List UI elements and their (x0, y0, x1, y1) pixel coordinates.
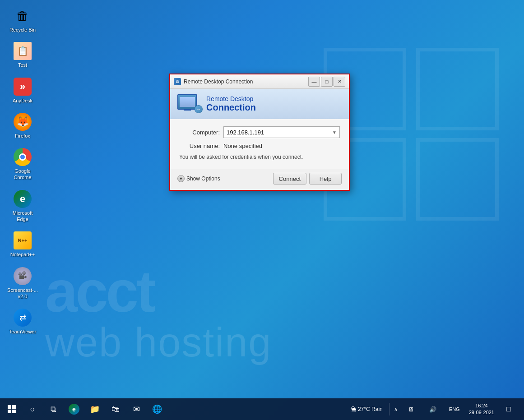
rdp-arrow-icon: ↔ (195, 105, 203, 113)
computer-select[interactable]: 192.168.1.191 ▼ (223, 126, 340, 138)
start-button[interactable] (2, 399, 22, 419)
desktop-icon-teamviewer[interactable]: ⇄ TeamViewer (5, 306, 41, 337)
desktop-icon-anydesk[interactable]: » AnyDesk (5, 75, 41, 106)
dialog-title-icon: 🖥 (174, 78, 181, 85)
anydesk-label: AnyDesk (13, 97, 32, 104)
network-status-icon: 🖥 (408, 406, 414, 413)
minimize-button[interactable]: — (308, 77, 320, 87)
anydesk-icon: » (14, 78, 32, 96)
recycle-bin-label: Recycle Bin (9, 27, 36, 33)
dialog-title-text: Remote Desktop Connection (184, 78, 306, 85)
recycle-bin-icon: 🗑 (14, 7, 32, 25)
taskbar-clock[interactable]: 16:24 29-09-2021 (466, 402, 497, 416)
volume-icon: 🔊 (429, 406, 436, 413)
taskbar-language[interactable]: ENG (445, 399, 464, 419)
connect-button[interactable]: Connect (273, 173, 306, 185)
dialog-titlebar: 🖥 Remote Desktop Connection — □ ✕ (170, 74, 349, 89)
desktop-icon-recycle-bin[interactable]: 🗑 Recycle Bin (5, 5, 41, 35)
search-icon: ○ (30, 405, 35, 414)
files-icon: 📁 (90, 404, 100, 414)
mail-icon: ✉ (133, 404, 140, 414)
dialog-header-title2: Connection (206, 102, 256, 113)
dialog-header-text: Remote Desktop Connection (206, 95, 256, 113)
computer-field: Computer: 192.168.1.191 ▼ (179, 126, 340, 138)
test-label: Test (18, 62, 27, 68)
taskbar-right: 🌦 27°C Rain ∧ 🖥 🔊 ENG 16:24 29-09-2021 □ (347, 399, 522, 419)
chrome-icon (14, 148, 32, 166)
dialog-info-text: You will be asked for credentials when y… (179, 154, 340, 160)
show-options-button[interactable]: ▼ Show Options (177, 175, 220, 182)
rdp-monitor (177, 94, 197, 110)
dialog-window-controls: — □ ✕ (308, 77, 345, 87)
edge-icon: e (14, 190, 32, 208)
show-options-label: Show Options (186, 175, 220, 182)
firefox-label: Firefox (15, 133, 30, 139)
remote-desktop-dialog: 🖥 Remote Desktop Connection — □ ✕ ↔ Remo… (169, 74, 350, 191)
svg-rect-7 (12, 410, 16, 413)
store-icon: 🛍 (111, 405, 120, 414)
notification-icon: □ (506, 405, 511, 413)
svg-rect-4 (8, 405, 11, 409)
desktop-icon-google-chrome[interactable]: Google Chrome (5, 146, 41, 183)
desktop-icons: 🗑 Recycle Bin 📋 Test » AnyDesk 🦊 Firefox (5, 5, 41, 337)
desktop-watermark-top: acct (45, 258, 153, 325)
search-button[interactable]: ○ (23, 399, 42, 419)
show-options-icon: ▼ (177, 175, 185, 182)
taskbar-system-tray[interactable]: ∧ (392, 406, 399, 412)
taskbar-edge-icon: e (69, 404, 79, 415)
taskbar: ○ ⧉ e 📁 🛍 ✉ 🌐 🌦 27°C Rain ∧ 🖥 (0, 398, 524, 420)
language-text: ENG (449, 406, 460, 412)
tray-expand-icon: ∧ (394, 406, 398, 412)
dialog-footer: ▼ Show Options Connect Help (170, 169, 349, 190)
weather-icon: 🌦 (351, 406, 356, 412)
weather-text: 27°C Rain (358, 406, 383, 412)
task-view-icon: ⧉ (51, 405, 56, 414)
username-label: User name: (179, 143, 220, 149)
teamviewer-label: TeamViewer (9, 328, 36, 335)
desktop-icon-edge[interactable]: e Microsoft Edge (5, 188, 41, 225)
notepadpp-icon: N++ (14, 231, 32, 249)
desktop-icon-firefox[interactable]: 🦊 Firefox (5, 111, 41, 141)
taskbar-divider (389, 403, 390, 415)
svg-rect-3 (418, 140, 497, 219)
close-button[interactable]: ✕ (334, 77, 345, 87)
taskbar-network-button[interactable]: 🌐 (147, 399, 167, 419)
firefox-icon: 🦊 (14, 113, 32, 131)
taskbar-edge-button[interactable]: e (64, 399, 84, 419)
dropdown-arrow-icon: ▼ (332, 130, 337, 135)
chrome-label: Google Chrome (7, 168, 38, 181)
screencast-label: Screencast-... v2.0 (7, 287, 38, 300)
test-icon: 📋 (14, 42, 32, 60)
taskbar-mail-button[interactable]: ✉ (126, 399, 146, 419)
computer-value: 192.168.1.191 (227, 129, 264, 136)
dialog-header: ↔ Remote Desktop Connection (170, 89, 349, 119)
taskbar-network-indicator[interactable]: 🖥 (401, 399, 421, 419)
taskbar-store-button[interactable]: 🛍 (106, 399, 125, 419)
date-display: 29-09-2021 (469, 409, 494, 416)
dialog-header-title1: Remote Desktop (206, 95, 256, 102)
desktop-icon-screencast[interactable]: 📽 Screencast-... v2.0 (5, 265, 41, 302)
desktop-watermark-bottom: web hosting (45, 319, 524, 366)
help-button[interactable]: Help (309, 173, 342, 185)
taskbar-weather[interactable]: 🌦 27°C Rain (347, 406, 386, 412)
maximize-button[interactable]: □ (321, 77, 333, 87)
dialog-body: Computer: 192.168.1.191 ▼ User name: Non… (170, 119, 349, 169)
username-field: User name: None specified (179, 143, 340, 149)
svg-rect-5 (12, 405, 16, 409)
task-view-button[interactable]: ⧉ (43, 399, 63, 419)
dialog-action-buttons: Connect Help (273, 173, 342, 185)
edge-label: Microsoft Edge (7, 210, 38, 223)
start-icon (8, 405, 16, 413)
svg-rect-1 (418, 50, 497, 129)
username-value: None specified (223, 143, 262, 149)
network-icon: 🌐 (152, 404, 162, 414)
taskbar-volume-button[interactable]: 🔊 (423, 399, 443, 419)
taskbar-files-button[interactable]: 📁 (85, 399, 105, 419)
desktop-icon-notepadpp[interactable]: N++ Notepad++ (5, 229, 41, 260)
screencast-icon: 📽 (14, 267, 32, 285)
notepadpp-label: Notepad++ (10, 251, 35, 258)
teamviewer-icon: ⇄ (14, 309, 32, 327)
desktop-icon-test[interactable]: 📋 Test (5, 40, 41, 70)
time-display: 16:24 (475, 402, 488, 409)
notification-button[interactable]: □ (499, 399, 519, 419)
